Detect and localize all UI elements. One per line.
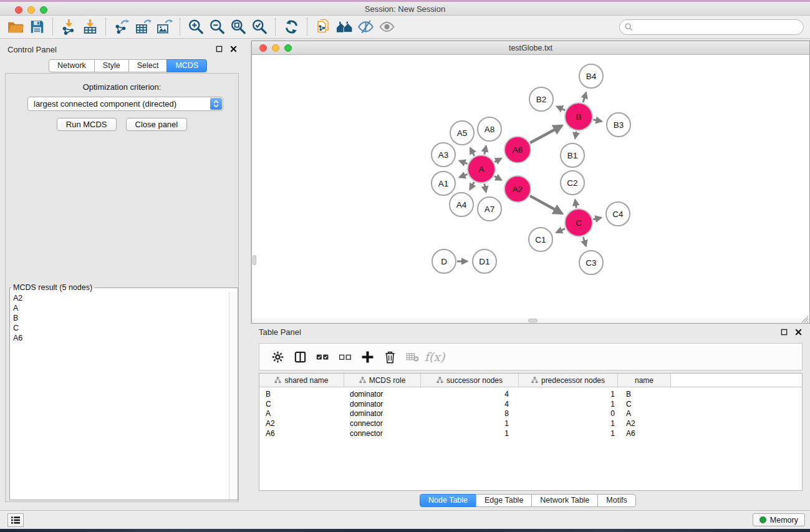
node-C[interactable]: C — [565, 209, 592, 236]
edge-B-B1[interactable] — [575, 132, 576, 138]
network-file-icon[interactable] — [312, 17, 334, 36]
gear-icon[interactable] — [268, 347, 287, 366]
table-cell[interactable]: 0 — [519, 409, 618, 418]
table-cell[interactable]: 1 — [519, 400, 618, 409]
refresh-icon[interactable] — [281, 17, 302, 36]
tab-select[interactable]: Select — [128, 59, 168, 72]
node-A1[interactable]: A1 — [432, 172, 455, 195]
node-D1[interactable]: D1 — [473, 249, 496, 273]
zoom-fit-icon[interactable] — [228, 17, 249, 36]
table-cell[interactable]: dominator — [344, 390, 421, 399]
edge-A-A4[interactable] — [470, 182, 475, 190]
import-network-icon[interactable] — [58, 17, 79, 36]
node-C4[interactable]: C4 — [606, 202, 630, 226]
edge-C-C1[interactable] — [557, 229, 565, 233]
node-A3[interactable]: A3 — [432, 143, 455, 167]
tab-network-table[interactable]: Network Table — [531, 494, 598, 507]
edge-B-B4[interactable] — [583, 93, 586, 102]
table-row[interactable]: A2connector11A2 — [259, 418, 802, 428]
add-column-icon[interactable] — [358, 347, 377, 366]
edge-A-A6[interactable] — [494, 158, 501, 162]
table-cell[interactable]: A2 — [618, 419, 671, 428]
show-panels-icon[interactable] — [376, 17, 397, 36]
home-icon[interactable] — [334, 17, 355, 36]
function-builder[interactable]: f(x) — [425, 347, 444, 366]
run-mcds-button[interactable]: Run MCDS — [57, 118, 117, 131]
node-C2[interactable]: C2 — [561, 171, 584, 195]
table-cell[interactable]: A — [259, 409, 344, 418]
zoom-selected-icon[interactable] — [249, 17, 270, 36]
column-header-shared-name[interactable]: shared name — [259, 374, 344, 387]
open-folder-icon[interactable] — [5, 17, 26, 36]
memory-button[interactable]: Memory — [753, 513, 805, 526]
table-cell[interactable]: dominator — [344, 400, 421, 409]
export-network-icon[interactable] — [111, 17, 132, 36]
node-A7[interactable]: A7 — [478, 197, 501, 221]
network-canvas[interactable]: AA1A2A3A4A5A6A7A8BB1B2B3B4CC1C2C3C4DD1 — [252, 55, 809, 323]
table-cell[interactable]: A2 — [259, 419, 344, 428]
split-columns-icon[interactable] — [291, 347, 309, 366]
table-cell[interactable]: 1 — [519, 390, 618, 399]
result-item[interactable]: A — [10, 303, 229, 313]
edge-A2-C[interactable] — [530, 196, 562, 213]
table-cell[interactable]: connector — [344, 419, 421, 428]
edge-B-B2[interactable] — [557, 107, 565, 110]
node-D[interactable]: D — [432, 249, 456, 273]
node-B1[interactable]: B1 — [561, 143, 584, 167]
column-header-name[interactable]: name — [618, 374, 671, 387]
tab-edge-table[interactable]: Edge Table — [476, 494, 532, 507]
select-all-icon[interactable] — [313, 347, 332, 366]
table-cell[interactable]: B — [259, 390, 344, 399]
tab-network[interactable]: Network — [49, 59, 95, 72]
edge-C-C2[interactable] — [575, 200, 576, 208]
network-window-titlebar[interactable]: testGlobe.txt — [252, 41, 809, 55]
zoom-in-icon[interactable] — [185, 17, 206, 36]
table-row[interactable]: Adominator80A — [259, 409, 802, 419]
hide-panels-icon[interactable] — [355, 17, 376, 36]
tab-motifs[interactable]: Motifs — [597, 494, 635, 507]
tab-node-table[interactable]: Node Table — [420, 494, 476, 507]
column-header-mcds-role[interactable]: MCDS role — [344, 374, 421, 387]
table-cell[interactable]: 4 — [421, 400, 519, 409]
node-B3[interactable]: B3 — [607, 113, 630, 137]
edge-A-A3[interactable] — [460, 161, 467, 164]
table-cell[interactable]: C — [259, 400, 344, 409]
node-A8[interactable]: A8 — [478, 117, 501, 141]
tab-mcds[interactable]: MCDS — [166, 59, 207, 72]
edge-A-A7[interactable] — [485, 184, 486, 192]
node-A[interactable]: A — [468, 155, 495, 183]
result-scrollbar[interactable] — [229, 292, 238, 500]
deselect-all-icon[interactable] — [335, 347, 354, 366]
horizontal-scrollbar-thumb[interactable] — [528, 319, 538, 322]
edge-A6-B[interactable] — [530, 126, 562, 143]
edge-C-C4[interactable] — [593, 218, 600, 220]
edge-A-A2[interactable] — [494, 177, 501, 180]
close-panel-icon[interactable] — [794, 328, 803, 336]
node-A5[interactable]: A5 — [450, 121, 474, 145]
result-item[interactable]: A6 — [10, 333, 229, 343]
vertical-scrollbar-thumb[interactable] — [253, 255, 256, 265]
resize-grip[interactable] — [801, 314, 809, 322]
table-cell[interactable]: dominator — [344, 409, 421, 418]
table-row[interactable]: A6connector11A6 — [259, 428, 802, 438]
result-item[interactable]: C — [10, 323, 229, 333]
table-row[interactable]: Bdominator41B — [259, 389, 802, 399]
table-cell[interactable]: A6 — [259, 429, 344, 438]
table-cell[interactable]: 1 — [421, 429, 519, 438]
table-cell[interactable]: 8 — [421, 409, 519, 418]
column-header-predecessor-nodes[interactable]: predecessor nodes — [519, 374, 618, 387]
edge-A-A1[interactable] — [460, 174, 467, 177]
node-A6[interactable]: A6 — [504, 137, 531, 163]
import-table-icon[interactable] — [79, 17, 100, 36]
table-cell[interactable]: connector — [344, 429, 421, 438]
edge-C-C3[interactable] — [583, 237, 586, 246]
node-B2[interactable]: B2 — [529, 87, 553, 111]
table-cell[interactable]: 4 — [421, 390, 519, 399]
export-image-icon[interactable] — [153, 17, 175, 36]
table-cell[interactable]: B — [618, 390, 671, 399]
node-C3[interactable]: C3 — [579, 251, 603, 274]
search-input[interactable] — [634, 21, 803, 34]
node-B[interactable]: B — [565, 103, 592, 130]
edge-B-B3[interactable] — [594, 120, 602, 122]
task-history-button[interactable] — [7, 513, 24, 527]
